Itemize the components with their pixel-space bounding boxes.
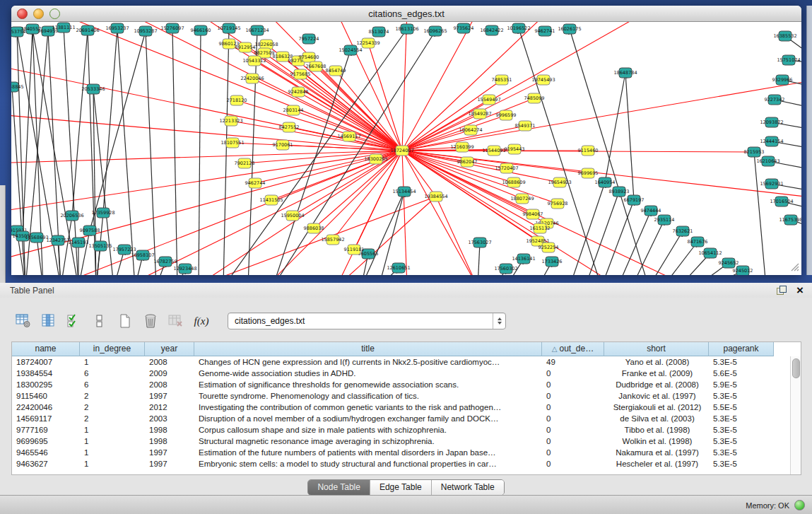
graph-node[interactable]: 16210643 [756,156,779,166]
graph-node[interactable]: 9245652 [719,258,739,268]
graph-node[interactable]: 15950004 [281,211,304,221]
table-cell[interactable]: 6 [80,379,145,390]
graph-node[interactable]: 9195443 [505,144,525,154]
new-column-icon[interactable] [114,312,136,330]
graph-node[interactable]: 7957224 [299,34,319,44]
graph-node[interactable]: 20206536 [60,211,83,221]
table-cell[interactable]: 2 [80,402,145,413]
table-cell[interactable]: Investigating the contribution of common… [194,402,542,413]
close-window-button[interactable] [17,8,28,19]
graph-node[interactable]: 11568693 [25,233,48,243]
graph-node[interactable]: 16385532 [773,31,796,41]
table-cell[interactable]: 1 [80,458,145,469]
table-cell[interactable]: de Silva et al. (2003) [604,413,709,424]
table-cell[interactable]: 2009 [145,368,194,379]
table-cell[interactable]: Disruption of a novel member of a sodium… [194,413,542,424]
graph-node[interactable]: 1733426 [542,257,563,267]
table-cell[interactable]: Genome-wide association studies in ADHD. [194,368,542,379]
table-cell[interactable]: Jankovic et al. (1997) [604,390,709,402]
table-cell[interactable]: 0 [542,436,604,447]
table-cell[interactable]: 0 [542,413,604,424]
table-cell[interactable]: Estimation of significance thresholds fo… [194,379,542,390]
graph-node[interactable]: 8427552 [279,122,300,132]
table-cell[interactable]: 5.3E-5 [709,458,774,469]
graph-node[interactable]: 16953237 [105,23,129,33]
graph-node[interactable]: 2935114 [654,215,675,225]
table-cell[interactable]: 0 [542,424,604,436]
graph-node[interactable]: 7485099 [524,93,545,103]
table-cell[interactable]: Tibbo et al. (1998) [604,424,709,436]
graph-node[interactable]: 9245012 [733,266,753,275]
table-row[interactable]: 911546021997Tourette syndrome. Phenomeno… [12,390,791,402]
table-cell[interactable]: 5.5E-5 [709,402,774,413]
table-row[interactable]: 1938455462009Genome-wide association stu… [12,368,791,379]
graph-node[interactable]: 11675398 [779,215,801,225]
table-cell[interactable]: 14569117 [12,413,80,424]
graph-node[interactable]: 7485351 [492,75,512,85]
column-header-in_degree[interactable]: in_degree [80,342,145,356]
graph-node[interactable]: 9462744 [245,178,266,188]
table-row[interactable]: 977716911998Corpus callosum shape and si… [12,424,791,436]
graph-node[interactable]: 19745493 [531,75,555,85]
table-cell[interactable]: 2 [80,413,145,424]
table-cell[interactable]: 1 [80,424,145,436]
table-cell[interactable]: Changes of HCN gene expression and I(f) … [194,356,542,368]
graph-node[interactable]: 18648784 [613,68,637,78]
table-cell[interactable]: 0 [542,379,604,390]
graph-node[interactable]: 16782759 [153,257,177,267]
graph-node[interactable]: 9699695 [578,168,599,178]
graph-node[interactable]: 9984067 [523,209,543,219]
table-cell[interactable]: Nakamura et al. (1997) [604,447,709,458]
graph-node[interactable]: 15134454 [392,187,416,197]
memory-indicator-icon[interactable] [794,500,805,510]
graph-node[interactable]: 7632621 [673,226,693,236]
table-cell[interactable]: 5.3E-5 [709,413,774,424]
tab-network-table[interactable]: Network Table [431,480,504,495]
graph-node[interactable]: 15276097 [160,23,184,33]
graph-node[interactable]: 15692931 [760,179,783,189]
rows-icon[interactable] [89,312,110,330]
table-cell[interactable]: 1 [80,436,145,447]
table-row[interactable]: 946554611997Estimation of the future num… [12,447,791,458]
graph-node[interactable]: 14136141 [512,254,535,264]
graph-node[interactable]: 8938923 [609,187,630,197]
function-builder-icon[interactable]: f(x) [191,312,212,330]
graph-node[interactable]: 9474444 [641,206,661,216]
graph-node[interactable]: 6679197 [624,195,645,205]
combo-stepper-icon[interactable] [493,313,505,329]
minimize-window-button[interactable] [33,8,44,19]
table-cell[interactable]: 1 [80,356,145,368]
graph-node[interactable]: 13505135 [88,241,112,251]
graph-node[interactable]: 10248845 [11,82,24,92]
table-cell[interactable]: 5.3E-5 [709,390,774,402]
graph-node[interactable]: 9170061 [273,140,293,150]
table-selector[interactable]: citations_edges.txt [228,313,506,329]
table-cell[interactable]: 9699695 [12,436,80,447]
scrollbar-thumb[interactable] [792,358,800,378]
column-header-title[interactable]: title [194,342,542,356]
table-row[interactable]: 1872400712008Changes of HCN gene express… [12,356,791,368]
graph-node[interactable]: 11431505 [259,195,283,205]
table-settings-icon[interactable] [13,312,34,330]
vertical-scrollbar[interactable] [790,356,801,474]
table-cell[interactable]: Yano et al. (2008) [604,356,709,368]
table-cell[interactable]: Tourette syndrome. Phenomenology and cla… [194,390,542,402]
table-cell[interactable]: 18724007 [12,356,80,368]
table-cell[interactable]: 2003 [145,413,194,424]
table-cell[interactable]: Stergiakouli et al. (2012) [604,402,709,413]
graph-node[interactable]: 9227342 [765,95,785,105]
graph-node[interactable]: 2718120 [227,95,247,105]
column-header-name[interactable]: name [12,342,80,356]
graph-node[interactable]: 12254339 [356,38,379,48]
graph-node[interactable]: 8215953 [744,147,765,157]
graph-node[interactable]: 15720407 [495,163,518,173]
table-cell[interactable]: 0 [542,458,604,469]
graph-node[interactable]: 9242848 [288,87,309,97]
graph-node[interactable]: 16842422 [480,25,503,35]
graph-node[interactable]: 8471676 [688,237,708,247]
select-attributes-icon[interactable] [64,312,85,330]
network-window-titlebar[interactable]: citations_edges.txt [11,6,801,22]
graph-node[interactable]: 12342757 [46,235,69,245]
table-row[interactable]: 969969511998Structural magnetic resonanc… [12,436,791,447]
column-header-pagerank[interactable]: pagerank [709,342,774,356]
